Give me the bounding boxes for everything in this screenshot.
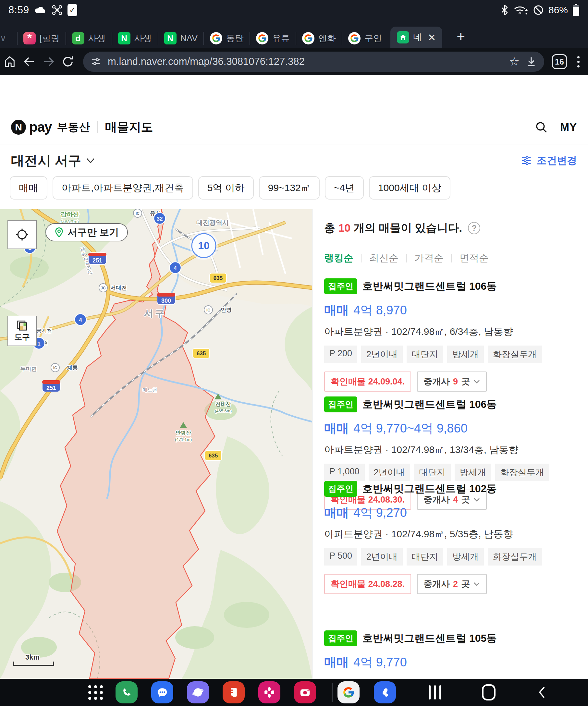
browser-menu-icon[interactable] <box>577 56 580 68</box>
url-bar[interactable]: m.land.naver.com/map/36.3081076:127.382 … <box>83 51 544 72</box>
naver-blue-app-icon[interactable] <box>374 681 396 703</box>
listing-price: 매매4억 9,770~4억 9,860 <box>324 420 575 437</box>
svg-text:32: 32 <box>157 216 163 222</box>
sort-newest[interactable]: 최신순 <box>369 251 398 265</box>
google-app-icon[interactable] <box>338 681 359 703</box>
svg-text:300: 300 <box>161 298 171 304</box>
help-icon[interactable]: ? <box>468 222 480 234</box>
page-title: 매물지도 <box>105 119 153 135</box>
listing-cluster-marker[interactable]: 10 <box>190 231 218 260</box>
map-tools-button[interactable]: 도구 <box>7 316 37 346</box>
svg-text:IC: IC <box>135 211 140 216</box>
naver-logo[interactable]: N <box>11 120 26 135</box>
bookmark-star-icon[interactable]: ☆ <box>509 55 519 69</box>
weather-cloud-icon <box>34 5 47 15</box>
map[interactable]: .halo{stroke:#ffffff;stroke-width:4px;pa… <box>0 209 312 679</box>
locate-me-button[interactable] <box>7 220 37 249</box>
camera-app-icon[interactable] <box>294 681 316 703</box>
tab-daum[interactable]: d 사생 <box>66 29 112 48</box>
svg-text:1: 1 <box>37 341 40 347</box>
svg-text:안평산: 안평산 <box>175 430 191 435</box>
listing-title[interactable]: 호반써밋그랜드센트럴 105동 <box>362 631 497 645</box>
tab-google-3[interactable]: 엔화 <box>296 29 342 48</box>
listing-title[interactable]: 호반써밋그랜드센트럴 106동 <box>362 397 497 412</box>
checkbox-notification-icon: ✓ <box>68 4 77 16</box>
apps-grid-button[interactable] <box>88 685 103 700</box>
agents-dropdown[interactable]: 중개사 9곳 <box>417 371 487 392</box>
chip-price[interactable]: 5억 이하 <box>198 176 254 200</box>
layers-icon <box>16 320 28 331</box>
map-canvas[interactable]: .halo{stroke:#ffffff;stroke-width:4px;pa… <box>0 209 312 679</box>
chevron-down-icon <box>86 157 95 164</box>
svg-text:두마면: 두마면 <box>21 366 37 372</box>
owner-badge: 집주인 <box>324 630 357 646</box>
change-filters-button[interactable]: 조건변경 <box>520 154 577 167</box>
url-text[interactable]: m.land.naver.com/map/36.3081076:127.382 <box>108 56 503 68</box>
new-tab-button[interactable]: + <box>457 29 465 43</box>
home-nav-button[interactable] <box>476 679 502 706</box>
listing-price: 매매4억 9,770 <box>324 654 575 671</box>
messages-app-icon[interactable] <box>151 681 173 703</box>
sort-options: 랭킹순 최신순 가격순 면적순 <box>324 251 489 265</box>
svg-text:서대전: 서대전 <box>110 285 127 291</box>
tab-healing[interactable]: * [힐링 <box>17 29 66 48</box>
gallery-app-icon[interactable] <box>258 681 280 703</box>
listing-panel: 총 10 개의 매물이 있습니다. ? 랭킹순 최신순 가격순 면적순 집주인 … <box>312 209 588 679</box>
listing-item[interactable]: 집주인 호반써밋그랜드센트럴 105동 매매4억 9,770 <box>324 630 575 671</box>
back-nav-button[interactable] <box>529 679 555 706</box>
page-top-spacer <box>0 75 588 110</box>
agents-dropdown[interactable]: 중개사 2곳 <box>417 574 487 594</box>
phone-app-icon[interactable] <box>116 681 138 703</box>
close-tab-icon[interactable]: ✕ <box>428 32 436 43</box>
chip-property-type[interactable]: 아파트,아파트분양권,재건축 <box>52 176 193 200</box>
region-selector[interactable]: 대전시 서구 <box>11 152 95 170</box>
sort-ranking[interactable]: 랭킹순 <box>324 251 353 265</box>
filter-chips: 매매 아파트,아파트분양권,재건축 5억 이하 99~132㎡ ~4년 1000… <box>0 176 588 200</box>
svg-text:매노천: 매노천 <box>143 387 157 393</box>
tab-active-naver-land[interactable]: 네 ✕ <box>390 27 442 48</box>
listing-title[interactable]: 호반써밋그랜드센트럴 102동 <box>362 482 497 496</box>
brand-section[interactable]: 부동산 <box>57 120 90 135</box>
svg-text:JC: JC <box>101 286 106 290</box>
sort-price[interactable]: 가격순 <box>415 251 443 265</box>
clock: 8:59 <box>8 4 29 16</box>
chip-area[interactable]: 99~132㎡ <box>259 176 320 200</box>
system-dock <box>0 679 588 706</box>
tab-google-2[interactable]: 유튜 <box>250 29 296 48</box>
results-summary: 총 10 개의 매물이 있습니다. ? <box>324 221 480 236</box>
chip-households[interactable]: 1000세대 이상 <box>369 176 450 200</box>
site-settings-icon[interactable] <box>90 56 102 68</box>
naver-favicon: N <box>164 32 177 44</box>
svg-text:서구: 서구 <box>144 308 166 318</box>
download-icon[interactable] <box>525 56 537 68</box>
recents-button[interactable] <box>422 679 448 706</box>
reload-button[interactable] <box>58 55 78 69</box>
sort-area[interactable]: 면적순 <box>460 251 489 265</box>
red-app-icon[interactable] <box>223 681 245 703</box>
tab-partial[interactable]: ∨ <box>0 29 17 48</box>
my-menu[interactable]: MY <box>560 121 577 133</box>
region-row: 대전시 서구 조건변경 <box>0 148 588 173</box>
screen: 8:59 ✓ 86% ∨ * [힐링 d 사생 N 사생 <box>0 0 588 706</box>
listing-item[interactable]: 집주인 호반써밋그랜드센트럴 102동 매매4억 9,270 아파트분양권 · … <box>324 481 575 594</box>
tab-switcher-button[interactable]: 16 <box>552 54 567 69</box>
svg-text:갑하산: 갑하산 <box>61 211 79 218</box>
listing-item[interactable]: 집주인 호반써밋그랜드센트럴 106동 매매4억 8,970 아파트분양권 · … <box>324 278 575 392</box>
chip-age[interactable]: ~4년 <box>325 176 364 200</box>
back-button[interactable] <box>19 55 39 69</box>
listing-title[interactable]: 호반써밋그랜드센트럴 106동 <box>362 279 497 293</box>
show-only-seogu-button[interactable]: 서구만 보기 <box>45 223 128 241</box>
search-icon[interactable] <box>535 120 548 134</box>
forward-button[interactable] <box>39 55 58 69</box>
tab-google-4[interactable]: 구인 <box>342 29 388 48</box>
chip-trade-type[interactable]: 매매 <box>10 176 47 200</box>
svg-text:(471.1m): (471.1m) <box>175 437 192 442</box>
tab-naver-2[interactable]: N NAV <box>158 29 204 48</box>
tab-google-1[interactable]: 동탄 <box>204 29 249 48</box>
home-button[interactable] <box>0 55 19 68</box>
browser-toolbar: m.land.naver.com/map/36.3081076:127.382 … <box>0 48 588 75</box>
tab-naver-1[interactable]: N 사생 <box>112 29 158 48</box>
google-favicon <box>210 32 222 44</box>
samsung-internet-app-icon[interactable] <box>187 681 209 703</box>
pay-logo-text[interactable]: pay <box>29 119 51 135</box>
